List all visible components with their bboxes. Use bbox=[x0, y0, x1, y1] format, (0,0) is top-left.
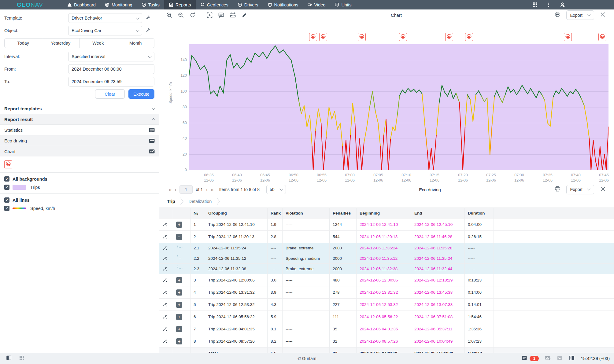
chart-violation-marker[interactable] bbox=[309, 33, 317, 41]
table-row[interactable]: +6Trip 2024-12-06 05:56:225.9-----111202… bbox=[159, 311, 614, 323]
column-header-grouping[interactable]: Grouping bbox=[205, 208, 268, 218]
trips-checkbox[interactable]: ✓ bbox=[4, 185, 9, 190]
trip-route-icon[interactable] bbox=[162, 234, 168, 240]
table-row[interactable]: +1Trip 2024-12-06 12:41:101.9-----124420… bbox=[159, 219, 614, 231]
table-row[interactable]: +3Trip 2024-12-06 12:00:063.0-----480202… bbox=[159, 274, 614, 286]
from-input[interactable]: 2024 December 06 00:00 bbox=[68, 64, 154, 74]
template-settings-wrench-icon[interactable] bbox=[146, 15, 150, 21]
to-input[interactable]: 2024 December 06 23:59 bbox=[68, 77, 154, 86]
chart-violation-marker[interactable] bbox=[319, 33, 327, 41]
nav-item-geofences[interactable]: Geofences bbox=[196, 0, 233, 9]
close-icon[interactable] bbox=[600, 186, 606, 193]
chart-violation-marker[interactable] bbox=[358, 33, 366, 41]
column-header-violation[interactable]: Violation bbox=[283, 208, 330, 218]
export-button[interactable]: Export bbox=[566, 185, 594, 194]
export-button[interactable]: Export bbox=[566, 10, 594, 20]
column-header-beginning[interactable]: Beginning bbox=[357, 208, 411, 218]
mail-icon[interactable] bbox=[545, 355, 551, 362]
area-select-icon[interactable] bbox=[206, 12, 213, 18]
range-button-week[interactable]: Week bbox=[80, 39, 117, 48]
object-select[interactable]: EcoDriving Car bbox=[68, 26, 142, 35]
image-icon[interactable] bbox=[557, 355, 563, 362]
trip-route-icon[interactable] bbox=[162, 277, 168, 283]
column-header-rank[interactable]: Rank bbox=[268, 208, 283, 218]
reset-zoom-icon[interactable] bbox=[189, 12, 196, 18]
result-item-statistics[interactable]: Statistics bbox=[0, 124, 159, 135]
eco-driving-icon[interactable] bbox=[149, 138, 155, 143]
messages-icon[interactable] bbox=[521, 355, 527, 362]
violation-filter-button[interactable] bbox=[4, 160, 12, 168]
expand-row-button[interactable]: + bbox=[176, 222, 182, 228]
print-icon[interactable] bbox=[554, 11, 561, 19]
speed-line-checkbox[interactable]: ✓ bbox=[4, 206, 9, 211]
table-subrow[interactable]: 2.22024-12-06 11:35:12----Speeding: medi… bbox=[159, 253, 614, 264]
expand-row-button[interactable]: + bbox=[176, 326, 182, 332]
tab-trip[interactable]: Trip bbox=[167, 199, 175, 204]
nav-item-reports[interactable]: Reports bbox=[164, 0, 196, 9]
chart-area[interactable]: Speed, km/h 02040608010012014006:3512-06… bbox=[159, 21, 614, 184]
column-header-[interactable]: № bbox=[190, 208, 205, 218]
close-icon[interactable] bbox=[600, 11, 606, 19]
nav-item-tasks[interactable]: Tasks bbox=[137, 0, 164, 9]
first-page-icon[interactable]: « bbox=[169, 187, 172, 192]
all-lines-checkbox[interactable]: ✓ bbox=[4, 197, 9, 203]
report-result-section[interactable]: Report result bbox=[0, 114, 159, 124]
column-header-penalties[interactable]: Penalties bbox=[330, 208, 357, 218]
zoom-out-icon[interactable] bbox=[178, 12, 184, 18]
all-backgrounds-checkbox[interactable]: ✓ bbox=[4, 176, 9, 182]
range-button-today[interactable]: Today bbox=[5, 39, 42, 48]
trip-route-icon[interactable] bbox=[162, 289, 168, 296]
chart-panel-icon[interactable] bbox=[149, 149, 155, 154]
prev-page-icon[interactable]: ‹ bbox=[175, 187, 176, 192]
expand-row-button[interactable]: + bbox=[176, 289, 182, 296]
kebab-menu-icon[interactable] bbox=[546, 2, 551, 7]
expand-row-button[interactable]: + bbox=[176, 338, 182, 344]
table-subrow[interactable]: 2.32024-12-06 11:32:38----Brake: extreme… bbox=[159, 264, 614, 274]
expand-row-button[interactable]: + bbox=[176, 314, 182, 320]
user-icon[interactable] bbox=[560, 2, 565, 7]
table-subrow[interactable]: 2.12024-12-06 11:35:24----Brake: extreme… bbox=[159, 243, 614, 253]
next-page-icon[interactable]: › bbox=[206, 187, 208, 192]
trip-route-icon[interactable] bbox=[162, 302, 168, 308]
nav-item-drivers[interactable]: Drivers bbox=[233, 0, 263, 9]
tab-detalization[interactable]: Detalization bbox=[189, 199, 212, 204]
report-templates-section[interactable]: Report templates bbox=[0, 103, 159, 114]
table-row[interactable]: +7Trip 2024-12-06 04:01:358.1-----352024… bbox=[159, 323, 614, 335]
result-item-chart[interactable]: Chart bbox=[0, 146, 159, 156]
chart-violation-marker[interactable] bbox=[465, 33, 473, 41]
layout-icon[interactable] bbox=[569, 355, 575, 362]
trip-route-icon[interactable] bbox=[162, 338, 168, 344]
trip-route-icon[interactable] bbox=[162, 222, 168, 228]
table-row[interactable]: +5Trip 2024-12-06 12:53:324.3-----227202… bbox=[159, 299, 614, 311]
chart-violation-marker[interactable] bbox=[399, 33, 407, 41]
app-logo[interactable]: GEONAV bbox=[17, 0, 43, 9]
template-select[interactable]: Driver Behavior bbox=[68, 13, 142, 23]
table-row[interactable]: +8Trip 2024-12-06 08:57:268.2-----322024… bbox=[159, 335, 614, 347]
range-button-month[interactable]: Month bbox=[117, 39, 154, 48]
expand-row-button[interactable]: + bbox=[176, 277, 182, 283]
edit-icon[interactable] bbox=[241, 12, 248, 18]
speed-chart-plot[interactable] bbox=[189, 44, 608, 170]
chart-violation-marker[interactable] bbox=[445, 33, 453, 41]
interval-select[interactable]: Specified interval bbox=[68, 52, 154, 61]
clear-button[interactable]: Clear bbox=[95, 89, 125, 99]
page-input[interactable]: 1 bbox=[179, 185, 193, 194]
expand-row-button[interactable]: + bbox=[176, 302, 182, 308]
tooltip-icon[interactable] bbox=[218, 12, 224, 18]
nav-item-dashboard[interactable]: Dashboard bbox=[63, 0, 100, 9]
nav-item-monitoring[interactable]: Monitoring bbox=[100, 0, 137, 9]
chart-violation-marker[interactable] bbox=[598, 33, 606, 41]
trip-route-icon[interactable] bbox=[162, 266, 168, 272]
nav-item-notifications[interactable]: Notifications bbox=[263, 0, 303, 9]
trip-route-icon[interactable] bbox=[162, 256, 168, 262]
execute-button[interactable]: Execute bbox=[128, 89, 154, 99]
last-page-icon[interactable]: » bbox=[211, 187, 213, 192]
object-settings-wrench-icon[interactable] bbox=[146, 28, 150, 34]
chart-violation-marker[interactable] bbox=[564, 33, 572, 41]
trip-route-icon[interactable] bbox=[162, 245, 168, 251]
trip-route-icon[interactable] bbox=[162, 326, 168, 332]
table-row[interactable]: −2Trip 2024-12-06 11:20:132.8-----544202… bbox=[159, 231, 614, 243]
page-size-select[interactable]: 50 bbox=[266, 185, 286, 194]
zoom-in-icon[interactable] bbox=[166, 12, 172, 18]
print-icon[interactable] bbox=[554, 186, 561, 193]
